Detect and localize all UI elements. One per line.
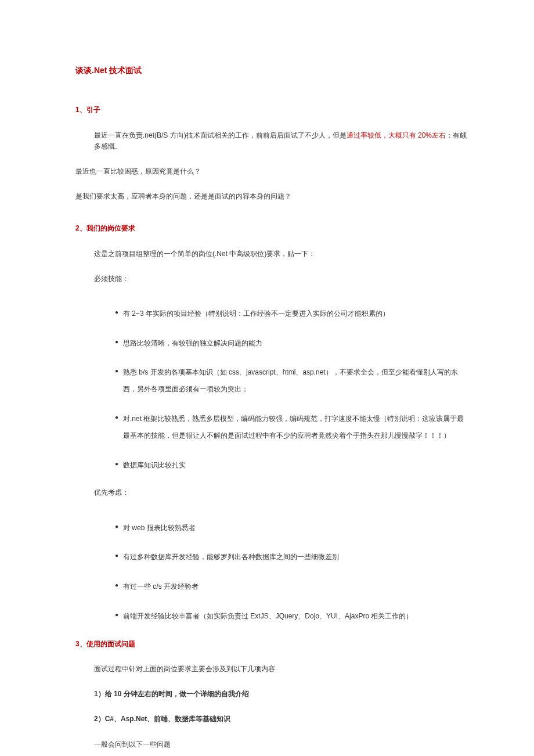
list-item: 对 web 报表比较熟悉者 [115,520,470,537]
page-title: 谈谈.Net 技术面试 [75,64,470,77]
list-item: 思路比较清晰，有较强的独立解决问题的能力 [115,335,470,352]
pref-list: 对 web 报表比较熟悉者 有过多种数据库开发经验，能够罗列出各种数据库之间的一… [75,520,470,625]
pref-label: 优先考虑： [75,487,470,498]
intro-paragraph-2: 最近也一直比较困惑，原因究竟是什么？ [75,166,470,177]
interview-q2: 2）C#、Asp.Net、前端、数据库等基础知识 [75,714,470,725]
highlight-text: 通过率较低，大概只有 20%左右； [347,131,453,139]
section-head-3: 3、使用的面试问题 [75,639,470,650]
job-req-intro: 这是之前项目组整理的一个简单的岗位(.Net 中高级职位)要求，贴一下： [75,249,470,260]
interview-intro: 面试过程中针对上面的岗位要求主要会涉及到以下几项内容 [75,664,470,675]
interview-q1: 1）给 10 分钟左右的时间，做一个详细的自我介绍 [75,689,470,700]
text: 最近一直在负责.net(B/S 方向)技术面试相关的工作，前前后后面试了不少人，… [94,131,347,139]
document-page: 谈谈.Net 技术面试 1、引子 最近一直在负责.net(B/S 方向)技术面试… [0,0,534,756]
list-item: 对.net 框架比较熟悉，熟悉多层模型，编码能力较强，编码规范，打字速度不能太慢… [115,411,470,444]
section-head-2: 2、我们的岗位要求 [75,223,470,234]
list-item: 前端开发经验比较丰富者（如实际负责过 ExtJS、JQuery、Dojo、YUI… [115,608,470,625]
list-item: 有 2~3 年实际的项目经验（特别说明：工作经验不一定要进入实际的公司才能积累的… [115,305,470,322]
intro-paragraph-3: 是我们要求太高，应聘者本身的问题，还是是面试的内容本身的问题？ [75,191,470,202]
list-item: 有过一些 c/s 开发经验者 [115,578,470,595]
must-skills-list: 有 2~3 年实际的项目经验（特别说明：工作经验不一定要进入实际的公司才能积累的… [75,305,470,474]
list-item: 熟悉 b/s 开发的各项基本知识（如 css、javascript、html、a… [115,364,470,398]
section-head-1: 1、引子 [75,105,470,116]
must-skills-label: 必须技能： [75,273,470,285]
list-item: 数据库知识比较扎实 [115,457,470,474]
intro-paragraph-1: 最近一直在负责.net(B/S 方向)技术面试相关的工作，前前后后面试了不少人，… [75,130,470,152]
list-item: 有过多种数据库开发经验，能够罗列出各种数据库之间的一些细微差别 [115,549,470,566]
interview-q2-note: 一般会问到以下一些问题 [75,739,470,750]
